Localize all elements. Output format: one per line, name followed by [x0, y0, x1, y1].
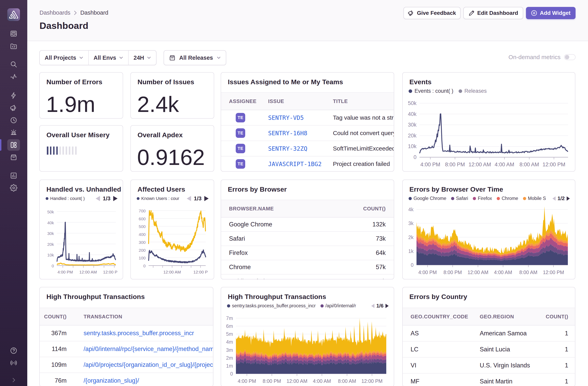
table-row: 367msentry.tasks.process_buffer.process_… [40, 325, 213, 341]
count-cell: 1 [545, 362, 568, 369]
release-filter[interactable]: All Releases [164, 50, 226, 65]
assignee-avatar[interactable]: TE [236, 159, 245, 169]
search-icon [10, 61, 17, 68]
count-cell: 114m [43, 345, 67, 353]
issue-id-link[interactable]: SENTRY-VD5 [268, 114, 327, 121]
svg-text:1k: 1k [408, 248, 414, 254]
svg-text:4:00 PM: 4:00 PM [58, 270, 73, 274]
browser-name-cell: Safari [229, 235, 245, 242]
big-number-value: 1.9m [46, 93, 95, 115]
column-header[interactable]: GEO.REGION [480, 314, 545, 320]
column-header[interactable]: BROWSER.NAME [229, 206, 274, 212]
svg-text:3k: 3k [408, 221, 414, 226]
issues-icon [10, 30, 17, 37]
svg-text:1m: 1m [226, 363, 233, 369]
count-cell: 1 [545, 330, 568, 337]
svg-text:2m: 2m [226, 355, 233, 361]
transaction-link[interactable]: /api/0/projects/{organization_id_or_slug… [84, 361, 213, 368]
sidebar-item-collapse[interactable] [10, 377, 17, 384]
count-cell: 1 [545, 378, 568, 385]
sidebar-item-quick-start[interactable] [9, 91, 18, 100]
column-header[interactable]: ISSUE [268, 98, 327, 104]
column-header[interactable]: COUNT() [346, 206, 386, 212]
svg-text:0: 0 [414, 154, 417, 160]
sidebar-item-stats[interactable] [9, 171, 18, 180]
widget-table: COUNT()TRANSACTION367msentry.tasks.proce… [40, 308, 213, 386]
svg-text:12:00 PM: 12:00 PM [361, 378, 382, 384]
sidebar-item-dashboards[interactable] [9, 141, 18, 149]
assignee-avatar[interactable]: TE [236, 113, 245, 122]
widget-errors-by-country: Errors by CountryGEO.COUNTRY_CODEGEO.REG… [402, 287, 575, 386]
svg-text:0: 0 [230, 371, 233, 377]
gear-icon [10, 184, 17, 192]
count-cell: 109m [43, 361, 67, 368]
issue-id-link[interactable]: SENTRY-16H8 [268, 130, 327, 137]
add-widget-button[interactable]: Add Widget [526, 7, 576, 19]
table-row: MFSaint Martin1 [403, 374, 575, 386]
count-cell: 76m [43, 377, 67, 384]
siren-icon [10, 129, 17, 136]
sidebar-item-traces[interactable] [9, 72, 18, 81]
table-row: ASAmerican Samoa1 [403, 325, 575, 341]
plus-circle-icon [531, 10, 537, 16]
transaction-link[interactable]: /{organization_slug}/ [84, 377, 213, 384]
project-filter[interactable]: All Projects [40, 51, 88, 65]
browser_time-chart-canvas: 01k2k3k4k4:00 PM8:00 PM12:00 AM4:00 AM8:… [403, 180, 572, 279]
assignee-avatar[interactable]: TE [236, 128, 245, 138]
transaction-link[interactable]: sentry.tasks.process_buffer.process_incr [84, 330, 213, 337]
traces-icon [10, 73, 17, 80]
svg-text:4k: 4k [408, 207, 414, 212]
svg-text:40k: 40k [408, 111, 417, 117]
sidebar-item-settings[interactable] [9, 184, 18, 192]
svg-text:400: 400 [139, 232, 146, 237]
table-row: 109m/api/0/projects/{organization_id_or_… [40, 357, 213, 373]
column-header[interactable]: TITLE [333, 98, 394, 104]
column-header[interactable]: COUNT() [545, 314, 568, 320]
transaction-link[interactable]: /api/0/internal/rpc/{service_name}/{meth… [84, 345, 213, 353]
breadcrumb-dashboards[interactable]: Dashboards [40, 9, 70, 16]
svg-text:50k: 50k [47, 210, 54, 214]
region-cell: Saint Lucia [480, 346, 545, 353]
sidebar-item-issues[interactable] [9, 29, 18, 38]
sidebar-item-search[interactable] [9, 60, 18, 68]
assignee-avatar[interactable]: TE [236, 144, 245, 153]
issue-id-link[interactable]: JAVASCRIPT-1BG2 [268, 160, 327, 167]
column-header[interactable]: ASSIGNEE [229, 98, 256, 104]
svg-text:0: 0 [52, 264, 54, 268]
svg-text:30k: 30k [47, 231, 54, 236]
column-header[interactable]: TRANSACTION [84, 314, 213, 320]
environment-filter[interactable]: All Envs [88, 51, 128, 65]
issue-id-link[interactable]: SENTRY-32ZQ [268, 145, 327, 152]
give-feedback-button[interactable]: Give Feedback [403, 7, 461, 19]
assignee-cell: TE [236, 128, 245, 138]
date-range-filter[interactable]: 24H [128, 51, 156, 65]
table-row: Google Chrome132k [221, 218, 394, 232]
svg-text:0: 0 [411, 262, 414, 268]
svg-text:500: 500 [139, 224, 146, 229]
svg-text:100: 100 [139, 256, 146, 260]
table-row: TEJAVASCRIPT-1BG2Project creation failed [221, 157, 394, 172]
sidebar-item-replays[interactable] [9, 116, 18, 124]
table-header-row: ASSIGNEEISSUETITLE [221, 92, 394, 110]
column-header[interactable]: COUNT() [43, 314, 67, 320]
breadcrumb: Dashboards Dashboard [40, 9, 108, 16]
column-header[interactable]: GEO.COUNTRY_CODE [411, 314, 470, 320]
widget-high-throughput-table: High Throughput TransactionsCOUNT()TRANS… [39, 287, 213, 386]
sidebar-item-releases[interactable] [9, 153, 18, 161]
edit-dashboard-button[interactable]: Edit Dashboard [463, 7, 523, 19]
assignee-cell: TE [236, 144, 245, 153]
browser-name-cell: Google Chrome [229, 221, 272, 228]
sidebar-item-broadcasts[interactable] [9, 359, 18, 367]
sidebar-item-help[interactable] [9, 346, 18, 355]
sidebar-item-alerts[interactable] [9, 128, 18, 137]
count-cell: 132k [346, 221, 386, 228]
svg-text:40k: 40k [47, 221, 54, 225]
clock-icon [10, 116, 17, 124]
sentry-logo[interactable] [7, 8, 20, 21]
ondemand-metrics-toggle[interactable] [564, 54, 576, 60]
svg-text:12:00 AM: 12:00 AM [79, 270, 97, 274]
svg-text:4:00 AM: 4:00 AM [494, 270, 512, 275]
sidebar-item-projects[interactable] [9, 42, 18, 50]
sidebar-item-feedback[interactable] [9, 104, 18, 112]
svg-text:12:00 AM: 12:00 AM [287, 378, 307, 384]
